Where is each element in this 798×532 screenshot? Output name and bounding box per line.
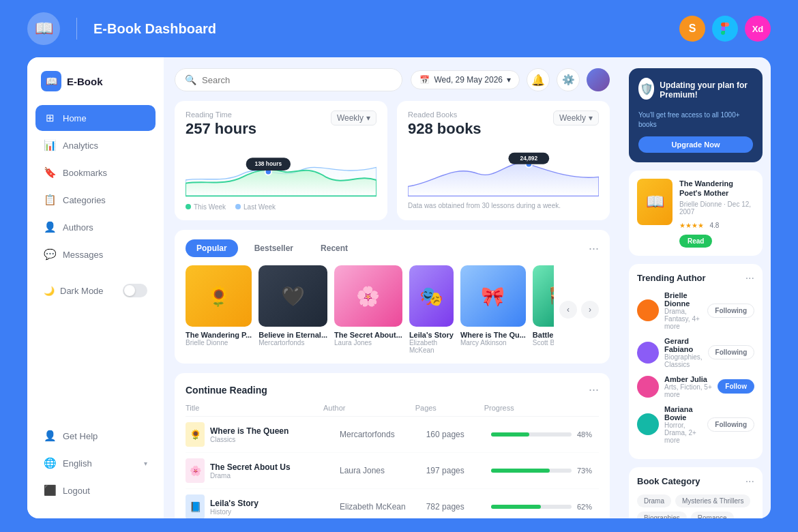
settings-button[interactable]: ⚙️ xyxy=(557,68,580,91)
progress-pct: 62% xyxy=(577,503,599,511)
categories-icon: 📋 xyxy=(44,194,56,206)
category-tag[interactable]: Drama xyxy=(637,494,671,507)
sidebar-item-label: Bookmarks xyxy=(63,168,107,178)
date-pill[interactable]: 📅 Wed, 29 May 2026 ▾ xyxy=(411,70,520,89)
weekly-dropdown[interactable]: Weekly ▾ xyxy=(331,110,376,125)
upgrade-now-button[interactable]: Upgrade Now xyxy=(638,136,753,153)
books-prev-button[interactable]: ‹ xyxy=(559,301,577,319)
header-divider xyxy=(76,18,77,40)
row-book-genre: Drama xyxy=(210,472,340,479)
right-panel: 🛡️ Updating your plan for Premium! You'l… xyxy=(621,57,771,518)
xd-icon[interactable]: Xd xyxy=(745,16,771,42)
author-info: Gerard Fabiano Biographies, Classics xyxy=(664,337,703,368)
rating-stars: ★★★★ xyxy=(679,222,704,229)
row-book-title: Leila's Story xyxy=(210,499,340,508)
row-author: Mercartorfonds xyxy=(340,430,426,439)
figma-icon[interactable] xyxy=(712,16,738,42)
author-name: Brielle Dionne xyxy=(664,291,702,308)
tab-recent[interactable]: Recent xyxy=(310,239,359,257)
follow-button[interactable]: Following xyxy=(707,417,754,432)
list-item[interactable]: 🖤 Believe in Eternal... Mercartorfonds xyxy=(258,265,327,354)
dark-mode-toggle-switch[interactable] xyxy=(123,284,147,297)
featured-book-title: The Wandering Poet's Mother xyxy=(679,179,754,198)
avatar[interactable] xyxy=(587,68,610,91)
table-row[interactable]: 🌻 Where is The Queen Classics Mercartorf… xyxy=(186,417,599,453)
category-tag[interactable]: Biographies xyxy=(637,512,687,518)
trending-authors-card: Trending Author ··· Brielle Dionne Drama… xyxy=(629,264,763,459)
author-name: Mariana Bowie xyxy=(664,405,702,422)
col-pages-header: Pages xyxy=(415,404,484,412)
col-author-header: Author xyxy=(323,404,415,412)
table-row[interactable]: 📘 Leila's Story History Elizabeth McKean… xyxy=(186,489,599,518)
row-book-cover: 🌸 xyxy=(186,458,205,483)
list-item[interactable]: 🪑 Battle of 1917 Scott Brian xyxy=(533,265,554,354)
list-item[interactable]: 🌸 The Secret About... Laura Jones xyxy=(334,265,402,354)
reading-time-chart: Reading Time 257 hours Weekly ▾ xyxy=(175,101,387,220)
chart-legend: This Week Last Week xyxy=(186,203,376,211)
list-item[interactable]: 🎭 Leila's Story Elizabeth McKean xyxy=(409,265,454,354)
sidebar-item-analytics[interactable]: 📊 Analytics xyxy=(35,132,156,158)
sidebar-item-categories[interactable]: 📋 Categories xyxy=(35,187,156,213)
sidebar-item-home[interactable]: ⊞ Home xyxy=(35,105,156,131)
row-book-info: Leila's Story History xyxy=(210,499,340,516)
trending-more-button[interactable]: ··· xyxy=(745,272,754,284)
more-options-button[interactable]: ··· xyxy=(589,241,599,256)
sidebar-item-authors[interactable]: 👤 Authors xyxy=(35,214,156,240)
sketch-icon[interactable]: S xyxy=(679,16,705,42)
tab-popular[interactable]: Popular xyxy=(186,239,238,257)
continue-reading-section: Continue Reading ··· Title Author Pages … xyxy=(175,373,610,518)
books-grid: 🌻 The Wandering P... Brielle Dionne 🖤 Be… xyxy=(186,265,554,354)
follow-button[interactable]: Following xyxy=(707,304,754,318)
messages-icon: 💬 xyxy=(44,248,56,261)
home-icon: ⊞ xyxy=(44,112,56,124)
date-text: Wed, 29 May 2026 xyxy=(434,75,503,85)
table-header: Title Author Pages Progress xyxy=(186,404,599,417)
row-book-cover: 🌻 xyxy=(186,422,205,447)
progress-pct: 73% xyxy=(577,467,599,475)
app-title: E-Book Dashboard xyxy=(93,21,668,37)
premium-description: You'll get free access to all 1000+ book… xyxy=(638,110,753,130)
tab-bestseller[interactable]: Bestseller xyxy=(243,239,304,257)
charts-row: Reading Time 257 hours Weekly ▾ xyxy=(175,101,610,220)
search-input[interactable] xyxy=(202,75,392,85)
featured-book-info: The Wandering Poet's Mother Brielle Dion… xyxy=(679,179,754,248)
category-tag[interactable]: Romance xyxy=(691,512,734,518)
reading-time-svg: 138 hours xyxy=(186,143,376,198)
content-topbar: 🔍 📅 Wed, 29 May 2026 ▾ 🔔 ⚙️ xyxy=(175,68,610,91)
svg-text:24,892: 24,892 xyxy=(520,155,538,162)
books-next-button[interactable]: › xyxy=(581,301,599,319)
table-row[interactable]: 🌸 The Secret About Us Drama Laura Jones … xyxy=(186,453,599,489)
row-progress: 48% xyxy=(491,430,599,439)
author-genres: Arts, Fiction, 5+ more xyxy=(664,383,712,398)
sidebar-item-logout[interactable]: ⬛ Logout xyxy=(35,477,156,503)
follow-button[interactable]: Following xyxy=(708,345,755,359)
follow-button[interactable]: Follow xyxy=(718,379,754,394)
sidebar-item-messages[interactable]: 💬 Messages xyxy=(35,241,156,267)
analytics-icon: 📊 xyxy=(44,139,56,151)
category-more-button[interactable]: ··· xyxy=(745,475,754,488)
read-button[interactable]: Read xyxy=(679,235,712,248)
book-title: The Secret About... xyxy=(334,331,402,339)
row-author: Laura Jones xyxy=(340,466,426,475)
books-nav: ‹ › xyxy=(559,301,599,319)
category-tag[interactable]: Mysteries & Thrillers xyxy=(675,494,750,507)
sidebar-item-bookmarks[interactable]: 🔖 Bookmarks xyxy=(35,160,156,186)
list-item[interactable]: 🌻 The Wandering P... Brielle Dionne xyxy=(186,265,252,354)
reading-more-button[interactable]: ··· xyxy=(589,383,599,397)
row-book-title: Where is The Queen xyxy=(210,426,340,436)
readed-weekly-dropdown[interactable]: Weekly ▾ xyxy=(553,110,599,125)
row-book-info: The Secret About Us Drama xyxy=(210,462,340,479)
notification-button[interactable]: 🔔 xyxy=(527,68,550,91)
sidebar-item-language[interactable]: 🌐 English ▾ xyxy=(35,450,156,476)
progress-fill xyxy=(491,505,541,509)
col-progress-header: Progress xyxy=(484,404,599,412)
book-cover: 🖤 xyxy=(258,265,327,327)
author-avatar xyxy=(637,376,659,398)
sidebar-item-label: Logout xyxy=(63,486,90,496)
sidebar-item-label: Get Help xyxy=(63,431,98,441)
premium-banner: 🛡️ Updating your plan for Premium! You'l… xyxy=(629,68,763,162)
sidebar-item-help[interactable]: 👤 Get Help xyxy=(35,423,156,449)
list-item[interactable]: 🎀 Where is The Qu... Marcy Atkinson xyxy=(460,265,526,354)
sidebar-item-label: Analytics xyxy=(63,141,98,151)
book-title: Battle of 1917 xyxy=(533,331,554,339)
